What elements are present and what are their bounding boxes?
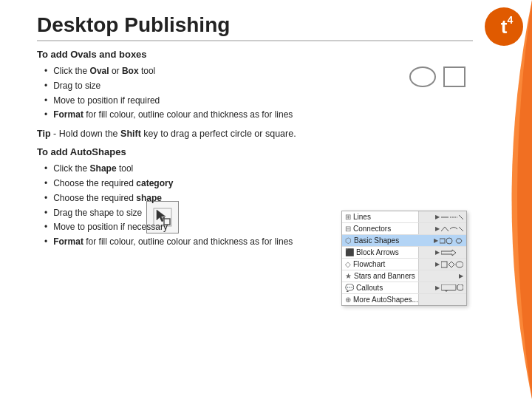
svg-rect-17 xyxy=(457,284,463,290)
list-item: Format for fill colour, outline colour a… xyxy=(44,108,473,123)
panel-arrow-icon: ▶ xyxy=(435,261,440,267)
panel-label: Block Arrows xyxy=(356,248,435,256)
svg-marker-11 xyxy=(441,250,456,256)
panel-row-more-autoshapes[interactable]: ⊕ More AutoShapes... xyxy=(342,294,466,305)
callout-shapes xyxy=(441,284,463,292)
svg-point-9 xyxy=(446,238,452,244)
tip-label: Tip xyxy=(37,129,51,139)
svg-point-14 xyxy=(456,262,463,267)
panel-arrow-icon: ▶ xyxy=(434,237,438,244)
svg-marker-16 xyxy=(445,290,448,292)
list-item: Move to position if required xyxy=(44,94,473,109)
logo-circle: t 4 xyxy=(485,7,523,46)
panel-row-block-arrows[interactable]: ⬛ Block Arrows ▶ xyxy=(342,247,466,259)
line-shapes xyxy=(441,214,463,221)
list-item: Click the Shape tool xyxy=(44,162,473,177)
flowchart-shapes xyxy=(441,261,463,268)
list-item: Choose the required category xyxy=(44,177,473,191)
svg-marker-13 xyxy=(449,262,454,267)
panel-row-lines[interactable]: ⊞ Lines ▶ xyxy=(342,211,466,223)
list-item: Click the Oval or Box tool xyxy=(44,64,473,79)
panel-arrow-icon: ▶ xyxy=(435,225,440,232)
section1: To add Ovals and boxes Click the Oval or… xyxy=(37,49,473,123)
page-title: Desktop Publishing xyxy=(37,13,473,41)
logo-t: t 4 xyxy=(501,16,508,38)
logo-4: 4 xyxy=(508,14,514,26)
svg-rect-8 xyxy=(440,239,445,243)
tip-text: - Hold down the Shift key to drag a perf… xyxy=(53,129,296,139)
panel-row-stars-banners[interactable]: ★ Stars and Banners ▶ xyxy=(342,270,466,282)
list-item: Choose the required shape xyxy=(44,191,473,206)
connector-shapes xyxy=(441,225,463,233)
panel-label: Callouts xyxy=(356,284,435,292)
panel-arrow-icon: ▶ xyxy=(435,284,440,291)
panel-arrow-icon: ▶ xyxy=(435,214,440,220)
section1-bullet-list: Click the Oval or Box tool Drag to size … xyxy=(37,64,473,123)
panel-arrow-icon: ▶ xyxy=(435,249,440,256)
svg-rect-12 xyxy=(441,262,447,267)
panel-label: Flowchart xyxy=(353,260,435,268)
panel-row-basic-shapes[interactable]: ⬡ Basic Shapes ▶ xyxy=(342,235,466,247)
section2-heading: To add AutoShapes xyxy=(37,146,473,157)
panel-label: Stars and Banners xyxy=(354,272,459,280)
svg-line-6 xyxy=(459,215,463,219)
tip-line: Tip - Hold down the Shift key to drag a … xyxy=(37,129,473,139)
block-arrow-shapes xyxy=(441,249,463,256)
basic-shapes xyxy=(440,237,463,245)
autoshapes-panel: ⊞ Lines ▶ ⊟ Connectors ▶ ⬡ Basic Shapes … xyxy=(341,211,467,306)
panel-label: Lines xyxy=(353,213,435,221)
panel-label: Basic Shapes xyxy=(354,236,434,245)
svg-marker-10 xyxy=(456,239,462,243)
panel-row-connectors[interactable]: ⊟ Connectors ▶ xyxy=(342,223,466,235)
list-item: Drag to size xyxy=(44,79,473,94)
panel-row-flowchart[interactable]: ◇ Flowchart ▶ xyxy=(342,259,466,270)
svg-line-7 xyxy=(459,227,463,231)
panel-arrow-icon: ▶ xyxy=(459,273,463,279)
svg-rect-15 xyxy=(441,284,456,290)
panel-row-callouts[interactable]: 💬 Callouts ▶ xyxy=(342,282,466,294)
section1-heading: To add Ovals and boxes xyxy=(37,49,473,60)
panel-label: More AutoShapes... xyxy=(353,296,463,304)
panel-label: Connectors xyxy=(353,225,435,233)
